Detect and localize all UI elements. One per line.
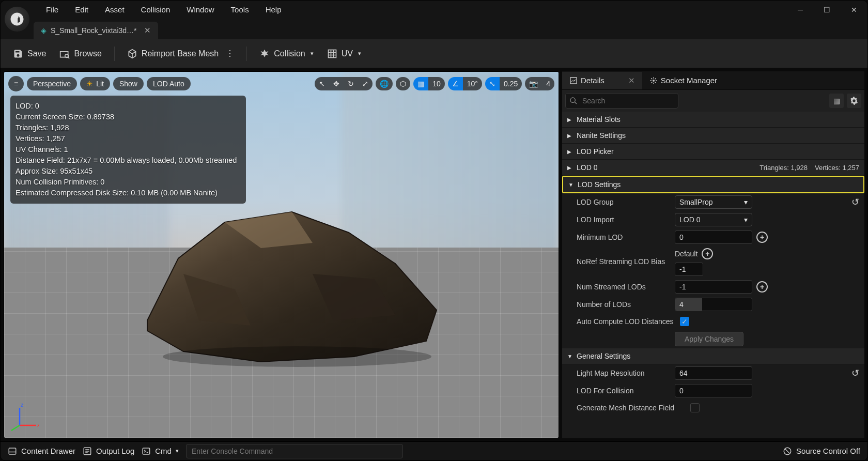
- maximize-button[interactable]: ☐: [817, 4, 836, 16]
- menu-edit[interactable]: Edit: [73, 2, 90, 17]
- section-nanite[interactable]: ▶Nanite Settings: [562, 128, 864, 144]
- search-icon: [569, 97, 578, 105]
- section-lod0[interactable]: ▶LOD 0 Triangles: 1,928 Vertices: 1,257: [562, 160, 864, 176]
- svg-line-7: [11, 425, 20, 431]
- viewport-options-button[interactable]: ≡: [8, 76, 24, 91]
- terminal-icon: [142, 447, 151, 456]
- angle-snap-toggle[interactable]: ∠: [448, 77, 463, 90]
- lod-import-dropdown[interactable]: LOD 0▾: [675, 213, 752, 226]
- lod-group-dropdown[interactable]: SmallProp▾: [675, 195, 752, 209]
- asset-tab[interactable]: ◈ S_Small_Rock_vixtai3d…* ✕: [34, 22, 158, 39]
- main-menu: File Edit Asset Collision Window Tools H…: [44, 2, 284, 17]
- rotate-mode-button[interactable]: ↻: [344, 77, 358, 90]
- prop-gen-distance-field: Generate Mesh Distance Field: [562, 399, 864, 416]
- viewport-mesh-preview: [106, 196, 457, 372]
- apply-changes-button[interactable]: Apply Changes: [675, 332, 743, 346]
- tabbar: ◈ S_Small_Rock_vixtai3d…* ✕: [1, 19, 867, 39]
- svg-point-9: [570, 98, 575, 102]
- details-body[interactable]: ▶Material Slots ▶Nanite Settings ▶LOD Pi…: [562, 112, 864, 438]
- min-lod-input[interactable]: [675, 230, 752, 244]
- section-general-settings[interactable]: ▼General Settings: [562, 348, 864, 364]
- reimport-button[interactable]: Reimport Base Mesh ⋮: [122, 45, 239, 62]
- section-material-slots[interactable]: ▶Material Slots: [562, 112, 864, 128]
- grid-snap-value[interactable]: 10: [428, 77, 445, 90]
- perspective-toggle[interactable]: Perspective: [27, 77, 77, 90]
- overlay-triangles: Triangles: 1,928: [16, 122, 237, 133]
- content-drawer-button[interactable]: Content Drawer: [8, 447, 75, 456]
- overlay-vertices: Vertices: 1,257: [16, 133, 237, 144]
- show-toggle[interactable]: Show: [113, 77, 144, 90]
- overlay-approx-size: Approx Size: 95x51x45: [16, 166, 237, 177]
- min-lod-add-button[interactable]: +: [756, 232, 768, 243]
- reimport-icon: [127, 49, 137, 59]
- gen-df-checkbox[interactable]: [690, 403, 700, 412]
- viewport[interactable]: ≡ Perspective ☀Lit Show LOD Auto ↖ ✥ ↻ ⤢…: [4, 71, 559, 438]
- overlay-disk-size: Estimated Compressed Disk Size: 0.10 MB …: [16, 188, 237, 198]
- scale-snap-toggle[interactable]: ⤡: [485, 77, 500, 90]
- details-tab-close[interactable]: ✕: [628, 76, 635, 85]
- camera-speed-value[interactable]: 4: [542, 77, 554, 90]
- overlay-screen-size: Current Screen Size: 0.89738: [16, 112, 237, 122]
- menu-collision[interactable]: Collision: [139, 2, 173, 17]
- section-lod-settings[interactable]: ▼LOD Settings: [562, 176, 864, 193]
- lightmap-res-input[interactable]: [675, 366, 752, 380]
- lod-collision-input[interactable]: [675, 384, 752, 397]
- settings-button[interactable]: [847, 94, 861, 108]
- menu-tools[interactable]: Tools: [229, 2, 251, 17]
- source-control-button[interactable]: Source Control Off: [783, 447, 860, 456]
- socket-manager-tab[interactable]: Socket Manager: [642, 72, 724, 89]
- collision-dropdown[interactable]: Collision ▾: [254, 45, 318, 62]
- angle-snap-value[interactable]: 10°: [463, 77, 482, 90]
- num-streamed-input[interactable]: [675, 280, 752, 294]
- scale-mode-button[interactable]: ⤢: [358, 77, 373, 90]
- asset-tab-label: S_Small_Rock_vixtai3d…*: [51, 26, 137, 35]
- grid-snap-toggle[interactable]: ▦: [413, 77, 428, 90]
- output-log-button[interactable]: Output Log: [83, 447, 134, 456]
- right-panel: Details ✕ Socket Manager ▦ ▶Material Slo…: [562, 71, 864, 438]
- view-options-button[interactable]: ▦: [829, 94, 844, 108]
- overlay-distance-field: Distance Field: 21x7x7 = 0.00Mb always l…: [16, 155, 237, 166]
- noref-add-button[interactable]: +: [702, 248, 713, 259]
- minimize-button[interactable]: ─: [792, 4, 809, 16]
- scale-snap-value[interactable]: 0.25: [500, 77, 522, 90]
- unreal-logo-icon: [5, 7, 29, 32]
- console-command-input[interactable]: [186, 444, 403, 458]
- svg-point-2: [163, 346, 431, 367]
- coord-space-button[interactable]: 🌐: [376, 77, 393, 90]
- details-tab[interactable]: Details ✕: [562, 72, 642, 89]
- reimport-options-icon[interactable]: ⋮: [226, 49, 234, 58]
- content-area: ≡ Perspective ☀Lit Show LOD Auto ↖ ✥ ↻ ⤢…: [1, 68, 867, 441]
- camera-speed-icon[interactable]: 📷: [525, 77, 542, 90]
- angle-snap-group: ∠ 10°: [448, 77, 482, 90]
- menu-window[interactable]: Window: [184, 2, 216, 17]
- close-button[interactable]: ✕: [845, 4, 863, 16]
- num-streamed-add-button[interactable]: +: [756, 281, 768, 293]
- cmd-dropdown[interactable]: Cmd ▾: [142, 447, 179, 456]
- menu-help[interactable]: Help: [264, 2, 284, 17]
- reset-lightmap[interactable]: ↺: [851, 367, 859, 379]
- browse-button[interactable]: Browse: [54, 45, 106, 62]
- prop-lod-group: LOD Group SmallProp▾ ↺: [562, 193, 864, 211]
- uv-dropdown[interactable]: UV ▾: [322, 45, 366, 62]
- menu-file[interactable]: File: [44, 2, 60, 17]
- tab-close-icon[interactable]: ✕: [144, 26, 151, 35]
- lit-toggle[interactable]: ☀Lit: [80, 77, 110, 90]
- noref-default-label: Default: [675, 250, 698, 258]
- noref-bias-input[interactable]: [675, 263, 703, 276]
- details-search-input[interactable]: [565, 93, 678, 109]
- svg-text:x: x: [37, 422, 39, 428]
- snap-surface-button[interactable]: ⬡: [396, 77, 410, 90]
- auto-compute-checkbox[interactable]: ✓: [680, 317, 689, 326]
- num-lods-slider[interactable]: 4: [675, 298, 752, 311]
- separator: [114, 47, 115, 61]
- menu-asset[interactable]: Asset: [103, 2, 127, 17]
- browse-label: Browse: [74, 49, 101, 58]
- camera-speed-group: 📷 4: [525, 77, 554, 90]
- section-lod-picker[interactable]: ▶LOD Picker: [562, 144, 864, 160]
- translate-mode-button[interactable]: ✥: [329, 77, 344, 90]
- lod-auto-toggle[interactable]: LOD Auto: [147, 77, 191, 90]
- details-icon: [569, 76, 578, 85]
- select-mode-button[interactable]: ↖: [315, 77, 329, 90]
- save-button[interactable]: Save: [8, 45, 51, 62]
- reset-lod-group[interactable]: ↺: [851, 196, 859, 208]
